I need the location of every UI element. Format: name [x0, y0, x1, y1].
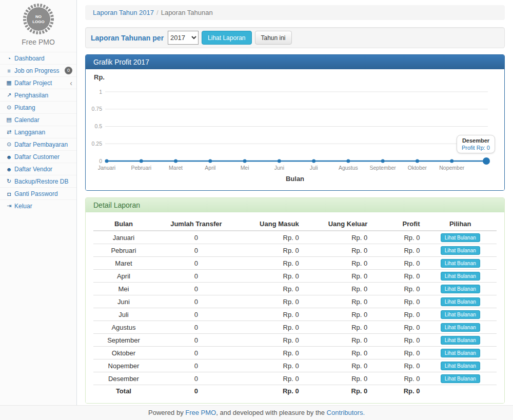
sidebar-item-langganan[interactable]: ⇄ Langganan — [0, 126, 76, 138]
cell-uang-keluar: Rp. 0 — [303, 308, 372, 321]
chart-point[interactable] — [174, 159, 177, 163]
lihat-laporan-button[interactable]: Lihat Laporan — [202, 31, 251, 45]
cell-jumlah-transfer: 0 — [154, 372, 239, 385]
sidebar-item-daftar-pembayaran[interactable]: ⊙ Daftar Pembayaran — [0, 138, 76, 150]
sidebar-item-calendar[interactable]: ▤ Calendar — [0, 113, 76, 126]
cell-uang-masuk: Rp. 0 — [239, 244, 303, 257]
cell-jumlah-transfer: 0 — [154, 244, 239, 257]
cell-uang-masuk: Rp. 0 — [239, 321, 303, 334]
chart-point[interactable] — [312, 159, 315, 163]
detail-table: Bulan Jumlah Transfer Uang Masuk Uang Ke… — [93, 217, 497, 397]
lihat-bulanan-button[interactable]: Lihat Bulanan — [441, 349, 480, 357]
contributors-link[interactable]: Contributors. — [327, 409, 365, 416]
cell-jumlah-transfer: 0 — [154, 308, 239, 321]
cell-uang-keluar: Rp. 0 — [303, 334, 372, 347]
lihat-bulanan-button[interactable]: Lihat Bulanan — [441, 310, 480, 319]
table-row: Desember 0 Rp. 0 Rp. 0 Rp. 0 Lihat Bulan… — [93, 372, 497, 385]
chart-point[interactable] — [105, 159, 109, 163]
table-row: Januari 0 Rp. 0 Rp. 0 Rp. 0 Lihat Bulana… — [93, 231, 497, 244]
chart-point-active[interactable] — [483, 157, 490, 165]
lihat-bulanan-button[interactable]: Lihat Bulanan — [441, 323, 480, 332]
cell-jumlah-transfer: 0 — [154, 257, 239, 270]
cell-profit: Rp. 0 — [371, 244, 424, 257]
lihat-bulanan-button[interactable]: Lihat Bulanan — [441, 285, 480, 293]
sidebar-item-ganti-password[interactable]: ◘ Ganti Password — [0, 187, 76, 199]
refresh-icon: ↻ — [5, 178, 13, 185]
sidebar-item-daftar-customer[interactable]: ☻ Daftar Customer — [0, 150, 76, 163]
total-profit: Rp. 0 — [371, 385, 424, 397]
free-pmo-link[interactable]: Free PMO — [185, 409, 216, 416]
cell-profit: Rp. 0 — [371, 347, 424, 359]
y-tick-label: 1 — [99, 89, 102, 95]
chart-canvas[interactable]: 10.750.50.250JanuariPebruariMaretAprilMe… — [86, 69, 504, 173]
x-tick-label: Mei — [241, 165, 249, 171]
sidebar-item-daftar-vendor[interactable]: ☻ Daftar Vendor — [0, 163, 76, 175]
chart-point[interactable] — [243, 159, 247, 163]
detail-report-panel: Detail Laporan Bulan Jumlah Transfer Uan… — [85, 197, 505, 404]
table-row: September 0 Rp. 0 Rp. 0 Rp. 0 Lihat Bula… — [93, 334, 497, 347]
lihat-bulanan-button[interactable]: Lihat Bulanan — [441, 246, 480, 255]
x-tick-label: Nopember — [439, 165, 465, 171]
lihat-bulanan-button[interactable]: Lihat Bulanan — [441, 362, 480, 370]
chart-point[interactable] — [278, 159, 281, 163]
cell-bulan: Oktober — [93, 347, 154, 359]
cell-jumlah-transfer: 0 — [154, 270, 239, 283]
breadcrumb-link[interactable]: Laporan Tahun 2017 — [93, 9, 154, 16]
table-row: Agustus 0 Rp. 0 Rp. 0 Rp. 0 Lihat Bulana… — [93, 321, 497, 334]
cell-profit: Rp. 0 — [371, 283, 424, 295]
cell-profit: Rp. 0 — [371, 257, 424, 270]
lihat-bulanan-button[interactable]: Lihat Bulanan — [441, 259, 480, 268]
chart-point[interactable] — [140, 159, 143, 163]
lihat-bulanan-button[interactable]: Lihat Bulanan — [441, 336, 480, 345]
sidebar-item-daftar-project[interactable]: ▦ Daftar Project ‹ — [0, 76, 76, 89]
table-row: Mei 0 Rp. 0 Rp. 0 Rp. 0 Lihat Bulanan — [93, 283, 497, 295]
sidebar-item-job-on-progress[interactable]: ≡ Job on Progress 0 — [0, 64, 76, 76]
year-select[interactable]: 2017 — [168, 31, 199, 45]
lihat-bulanan-button[interactable]: Lihat Bulanan — [441, 374, 480, 383]
cell-jumlah-transfer: 0 — [154, 321, 239, 334]
sidebar-item-keluar[interactable]: ⇥ Keluar — [0, 199, 76, 212]
x-tick-label: Januari — [98, 165, 115, 171]
sidebar-item-dashboard[interactable]: ◔ Dashboard — [0, 52, 76, 64]
sidebar: NO LOGO Free PMO ◔ Dashboard ≡ Job on Pr… — [0, 0, 77, 405]
total-uang-masuk: Rp. 0 — [239, 385, 303, 397]
page-footer: Powered by Free PMO, and developed with … — [0, 405, 513, 420]
sidebar-item-label: Daftar Customer — [14, 153, 60, 161]
sidebar-item-piutang[interactable]: ⊙ Piutang — [0, 101, 76, 113]
table-header-row: Bulan Jumlah Transfer Uang Masuk Uang Ke… — [93, 217, 497, 231]
breadcrumb-current: Laporan Tahunan — [161, 9, 213, 16]
lihat-bulanan-button[interactable]: Lihat Bulanan — [441, 233, 480, 242]
table-row: April 0 Rp. 0 Rp. 0 Rp. 0 Lihat Bulanan — [93, 270, 497, 283]
free-pmo-app: NO LOGO Free PMO ◔ Dashboard ≡ Job on Pr… — [0, 0, 513, 420]
chart-point[interactable] — [416, 159, 419, 163]
cell-jumlah-transfer: 0 — [154, 283, 239, 295]
brand-name: Free PMO — [0, 38, 76, 46]
sidebar-item-penghasilan[interactable]: ↗ Penghasilan — [0, 89, 76, 101]
cell-bulan: Januari — [93, 231, 154, 244]
x-tick-label: April — [205, 165, 215, 171]
cell-profit: Rp. 0 — [371, 359, 424, 372]
cell-uang-masuk: Rp. 0 — [239, 308, 303, 321]
count-badge: 0 — [65, 67, 72, 74]
report-toolbar: Laporan Tahunan per 2017 Lihat Laporan T… — [85, 27, 505, 48]
header-bulan: Bulan — [93, 217, 154, 231]
tahun-ini-button[interactable]: Tahun ini — [255, 31, 292, 45]
detail-table-wrap: Bulan Jumlah Transfer Uang Masuk Uang Ke… — [86, 212, 504, 403]
sidebar-menu: ◔ Dashboard ≡ Job on Progress 0 ▦ Daftar… — [0, 52, 76, 212]
lihat-bulanan-button[interactable]: Lihat Bulanan — [441, 272, 480, 281]
profit-chart[interactable]: Rp. 10.750.50.250JanuariPebruariMaretApr… — [86, 69, 504, 190]
lihat-bulanan-button[interactable]: Lihat Bulanan — [441, 297, 480, 306]
x-tick-label: Pebruari — [131, 165, 151, 171]
chart-point[interactable] — [381, 159, 385, 163]
cell-jumlah-transfer: 0 — [154, 295, 239, 308]
y-tick-label: 0.5 — [94, 123, 102, 129]
chart-point[interactable] — [346, 159, 350, 163]
cell-bulan: Agustus — [93, 321, 154, 334]
total-label: Total — [93, 385, 154, 397]
chart-point[interactable] — [208, 159, 212, 163]
chart-point[interactable] — [450, 159, 453, 163]
header-profit: Profit — [371, 217, 424, 231]
svg-text:NO: NO — [35, 14, 42, 19]
sidebar-item-backup-restore-db[interactable]: ↻ Backup/Restore DB — [0, 175, 76, 187]
cell-uang-masuk: Rp. 0 — [239, 283, 303, 295]
